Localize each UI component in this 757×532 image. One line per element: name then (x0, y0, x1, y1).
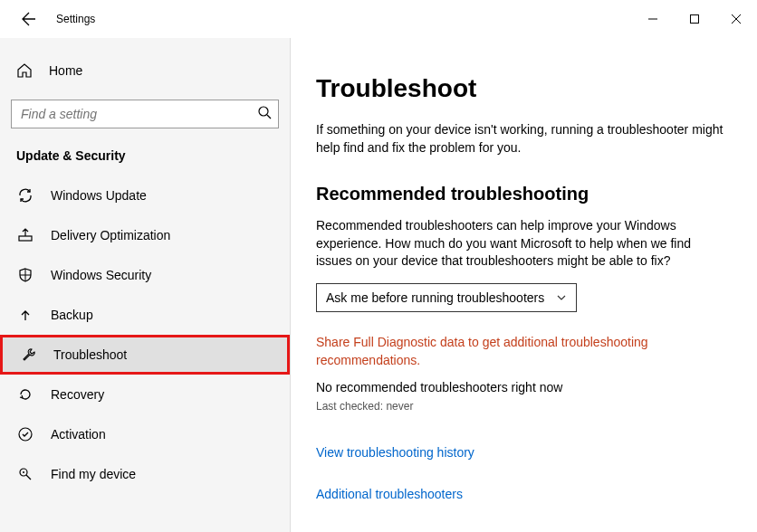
sidebar-item-delivery-optimization[interactable]: Delivery Optimization (0, 215, 290, 255)
search-icon (257, 105, 272, 119)
search-wrap (11, 100, 279, 128)
sidebar-item-windows-update[interactable]: Windows Update (0, 176, 290, 215)
sidebar: Home Update & Security Windows Update (0, 38, 290, 532)
sidebar-item-label: Windows Update (51, 188, 147, 203)
diagnostic-level-dropdown[interactable]: Ask me before running troubleshooters (316, 283, 577, 312)
svg-point-1 (259, 107, 268, 116)
page-title: Troubleshoot (316, 74, 730, 103)
last-checked-text: Last checked: never (316, 400, 730, 413)
home-icon (16, 62, 33, 79)
svg-point-5 (23, 471, 24, 473)
content-area: Troubleshoot If something on your device… (290, 38, 757, 532)
arrow-left-icon (22, 12, 36, 26)
close-icon (732, 14, 741, 24)
recommended-heading: Recommended troubleshooting (316, 184, 730, 204)
app-title: Settings (56, 13, 95, 25)
minimize-icon (648, 14, 657, 24)
home-label: Home (49, 63, 82, 78)
sidebar-item-backup[interactable]: Backup (0, 295, 290, 335)
backup-icon (16, 307, 34, 323)
additional-troubleshooters-link[interactable]: Additional troubleshooters (316, 487, 730, 501)
sidebar-item-label: Find my device (51, 467, 136, 481)
search-input[interactable] (11, 100, 279, 128)
sidebar-item-label: Recovery (51, 387, 104, 402)
sidebar-item-windows-security[interactable]: Windows Security (0, 255, 290, 295)
maximize-button[interactable] (674, 5, 715, 33)
find-device-icon (16, 466, 34, 482)
svg-rect-2 (19, 236, 32, 241)
sidebar-item-label: Windows Security (51, 268, 151, 282)
svg-rect-0 (691, 15, 699, 24)
chevron-down-icon (556, 292, 567, 303)
activation-icon (16, 426, 34, 442)
sidebar-item-find-my-device[interactable]: Find my device (0, 454, 290, 494)
sidebar-item-label: Delivery Optimization (51, 228, 170, 242)
sync-icon (16, 187, 34, 204)
intro-text: If something on your device isn't workin… (316, 121, 730, 157)
home-nav[interactable]: Home (0, 52, 290, 89)
dropdown-value: Ask me before running troubleshooters (326, 290, 544, 305)
svg-point-3 (19, 428, 32, 441)
no-recommended-text: No recommended troubleshooters right now (316, 380, 730, 394)
recommended-body: Recommended troubleshooters can help imp… (316, 217, 730, 271)
shield-icon (16, 267, 34, 283)
section-header: Update & Security (0, 128, 290, 176)
minimize-button[interactable] (632, 5, 674, 33)
close-button[interactable] (715, 5, 757, 33)
sidebar-item-label: Troubleshoot (53, 347, 127, 362)
back-button[interactable] (18, 8, 40, 30)
sidebar-item-activation[interactable]: Activation (0, 414, 290, 454)
sidebar-item-troubleshoot[interactable]: Troubleshoot (0, 335, 290, 375)
view-history-link[interactable]: View troubleshooting history (316, 445, 730, 460)
sidebar-item-label: Backup (51, 308, 93, 322)
titlebar: Settings (0, 0, 757, 38)
recovery-icon (16, 386, 34, 403)
diagnostic-warning: Share Full Diagnostic data to get additi… (316, 334, 730, 369)
sidebar-item-recovery[interactable]: Recovery (0, 375, 290, 414)
sidebar-item-label: Activation (51, 427, 106, 442)
delivery-icon (16, 227, 34, 243)
maximize-icon (690, 14, 699, 24)
window-controls (632, 5, 757, 33)
wrench-icon (19, 347, 37, 363)
